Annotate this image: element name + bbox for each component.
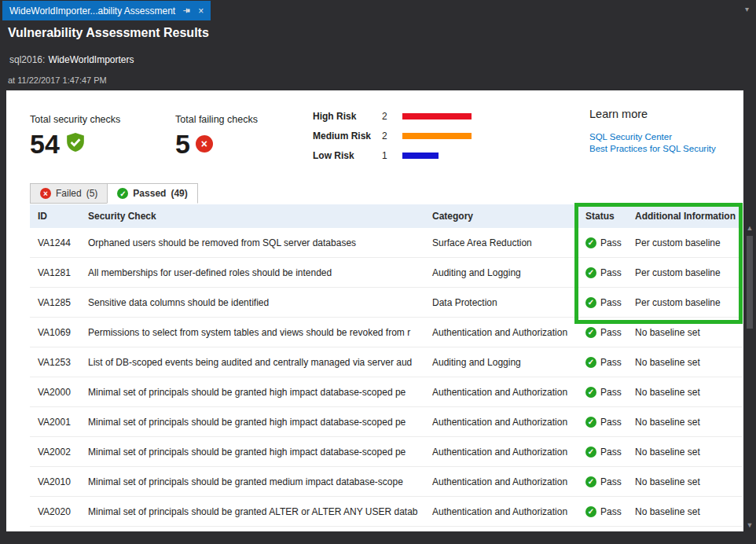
cell-status: ✓ Pass (578, 506, 627, 517)
cell-additional-information: No baseline set (627, 357, 742, 368)
status-text: Pass (600, 447, 622, 458)
tab-list-dropdown-icon[interactable]: ▾ (745, 5, 749, 13)
table-header-row: ID Security Check Category Status Additi… (30, 204, 742, 228)
failed-tab-label: Failed (56, 188, 82, 199)
status-text: Pass (600, 506, 622, 517)
table-row[interactable]: VA2020 Minimal set of principals should … (30, 497, 742, 527)
risk-count: 2 (382, 111, 396, 122)
results-panel: Total security checks 54 Total failing c… (6, 90, 743, 531)
cell-status: ✓ Pass (578, 387, 627, 398)
pass-icon: ✓ (585, 237, 596, 248)
cell-status: ✓ Pass (578, 267, 627, 278)
server-name: sql2016: (9, 54, 45, 65)
table-row[interactable]: VA2002 Minimal set of principals should … (30, 437, 742, 467)
pass-icon: ✓ (585, 417, 596, 428)
cell-security-check: All memberships for user-defined roles s… (80, 267, 424, 278)
scroll-up-icon[interactable]: ▲ (743, 222, 756, 233)
cell-id: VA2000 (30, 387, 80, 398)
status-text: Pass (600, 476, 622, 487)
cell-security-check: Orphaned users should be removed from SQ… (80, 237, 424, 248)
column-header-status[interactable]: Status (578, 211, 627, 222)
table-row[interactable]: VA1281 All memberships for user-defined … (30, 258, 742, 288)
column-header-additional-information[interactable]: Additional Information (627, 211, 742, 222)
table-row[interactable]: VA2000 Minimal set of principals should … (30, 377, 742, 407)
status-text: Pass (600, 387, 622, 398)
cell-category: Authentication and Authorization (424, 387, 578, 398)
table-row[interactable]: VA1253 List of DB-scoped events being au… (30, 347, 742, 377)
cell-additional-information: No baseline set (627, 327, 742, 338)
cell-status: ✓ Pass (578, 476, 627, 487)
cell-category: Data Protection (424, 297, 578, 308)
pass-icon: ✓ (585, 327, 596, 338)
cell-id: VA2002 (30, 447, 80, 458)
status-text: Pass (600, 357, 622, 368)
vertical-scrollbar[interactable]: ▲ ▼ (743, 222, 756, 531)
server-database: sql2016:WideWorldImporters (9, 54, 134, 65)
cell-additional-information: No baseline set (627, 476, 742, 487)
cell-category: Authentication and Authorization (424, 417, 578, 428)
total-failing-checks: Total failing checks 5 × (175, 114, 258, 157)
risk-label: Low Risk (313, 150, 376, 161)
cell-status: ✓ Pass (578, 237, 627, 248)
risk-row: High Risk 2 (313, 106, 478, 126)
risk-row: Low Risk 1 (313, 145, 478, 165)
link-best-practices[interactable]: Best Practices for SQL Security (589, 143, 716, 155)
document-tab[interactable]: WideWorldImporter...ability Assessment × (2, 1, 211, 20)
pass-icon: ✓ (585, 357, 596, 368)
document-tab-strip: WideWorldImporter...ability Assessment ×… (0, 0, 756, 20)
cell-status: ✓ Pass (578, 357, 627, 368)
column-header-security-check[interactable]: Security Check (80, 211, 424, 222)
risk-bar-track (402, 153, 478, 159)
status-text: Pass (600, 297, 622, 308)
cell-additional-information: Per custom baseline (627, 297, 742, 308)
column-header-id[interactable]: ID (30, 211, 80, 222)
pin-icon[interactable] (182, 6, 191, 15)
cell-id: VA1285 (30, 297, 80, 308)
table-row[interactable]: VA1285 Sensitive data columns should be … (30, 288, 742, 318)
status-text: Pass (600, 417, 622, 428)
status-text: Pass (600, 327, 622, 338)
cell-security-check: Permissions to select from system tables… (80, 327, 424, 338)
cell-id: VA2020 (30, 506, 80, 517)
cell-additional-information: No baseline set (627, 506, 742, 517)
pass-icon: ✓ (585, 267, 596, 278)
cell-id: VA2010 (30, 476, 80, 487)
table-row[interactable]: VA1244 Orphaned users should be removed … (30, 228, 742, 258)
link-sql-security-center[interactable]: SQL Security Center (589, 131, 716, 143)
scroll-down-icon[interactable]: ▼ (743, 520, 756, 531)
cell-category: Auditing and Logging (424, 267, 578, 278)
cell-id: VA2001 (30, 417, 80, 428)
table-row[interactable]: VA1069 Permissions to select from system… (30, 318, 742, 347)
failing-checks-label: Total failing checks (175, 114, 258, 125)
risk-bar (402, 153, 439, 159)
cell-id: VA1244 (30, 237, 80, 248)
tab-failed[interactable]: × Failed (5) (30, 183, 108, 204)
tab-passed[interactable]: ✓ Passed (49) (107, 183, 197, 204)
total-checks-label: Total security checks (30, 114, 120, 125)
table-row[interactable]: VA2001 Minimal set of principals should … (30, 407, 742, 437)
scrollbar-thumb[interactable] (747, 236, 753, 329)
failed-tab-icon: × (40, 188, 51, 199)
cell-category: Auditing and Logging (424, 357, 578, 368)
table-row[interactable]: VA2010 Minimal set of principals should … (30, 467, 742, 497)
pass-icon: ✓ (585, 476, 596, 487)
cell-security-check: List of DB-scoped events being audited a… (80, 357, 424, 368)
close-icon[interactable]: × (198, 6, 204, 17)
risk-label: Medium Risk (313, 130, 376, 142)
column-header-category[interactable]: Category (424, 211, 578, 222)
passed-tab-count: (49) (171, 188, 187, 199)
shield-check-icon (65, 131, 86, 156)
cell-category: Authentication and Authorization (424, 506, 578, 517)
risk-label: High Risk (313, 111, 376, 122)
total-security-checks: Total security checks 54 (30, 114, 120, 157)
risk-bar (402, 133, 472, 139)
cell-security-check: Sensitive data columns should be identif… (80, 297, 424, 308)
cell-category: Authentication and Authorization (424, 447, 578, 458)
risk-legend: High Risk 2 Medium Risk 2 Low Risk 1 (313, 106, 478, 165)
pass-icon: ✓ (585, 506, 596, 517)
cell-status: ✓ Pass (578, 417, 627, 428)
pass-icon: ✓ (585, 447, 596, 458)
failed-tab-count: (5) (86, 188, 98, 199)
fail-circle-icon: × (196, 135, 213, 153)
cell-additional-information: No baseline set (627, 417, 742, 428)
